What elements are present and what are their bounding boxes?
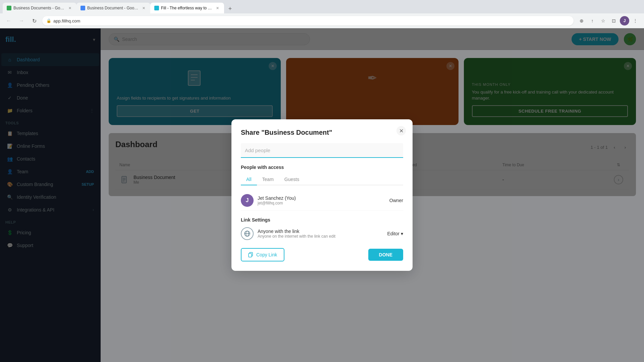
tab-3-favicon: [154, 6, 159, 10]
svg-rect-15: [249, 253, 252, 257]
person-email: jet@fillhq.com: [258, 201, 389, 205]
modal-title: Share "Business Document": [241, 129, 403, 136]
tab-1-close[interactable]: ✕: [67, 5, 72, 11]
tab-all[interactable]: All: [241, 174, 257, 185]
modal-overlay[interactable]: Share "Business Document" ✕ People with …: [0, 28, 644, 362]
copy-link-button[interactable]: Copy Link: [241, 248, 284, 261]
cast-icon[interactable]: ⊕: [577, 16, 586, 25]
tab-guests[interactable]: Guests: [279, 174, 305, 185]
access-tabs: All Team Guests: [241, 174, 403, 185]
more-menu-icon[interactable]: ⋮: [631, 16, 640, 25]
url-text: app.fillhq.com: [53, 18, 80, 23]
profile-button[interactable]: J: [620, 16, 629, 25]
person-avatar: J: [241, 194, 254, 207]
tab-team[interactable]: Team: [257, 174, 279, 185]
tab-2-close[interactable]: ✕: [141, 5, 146, 11]
tab-2-favicon: [80, 6, 85, 10]
modal-close-button[interactable]: ✕: [396, 126, 406, 135]
person-role: Owner: [389, 198, 403, 203]
tab-1[interactable]: Business Documents - Google ... ✕: [3, 3, 76, 13]
tab-1-favicon: [7, 6, 11, 10]
link-role-chevron-icon: ▾: [401, 231, 403, 236]
link-settings-label: Link Settings: [241, 217, 403, 223]
back-button[interactable]: ←: [4, 16, 13, 25]
reload-button[interactable]: ↻: [30, 16, 39, 25]
tab-3[interactable]: Fill - The effortless way to req... ✕: [150, 3, 224, 13]
copy-link-label: Copy Link: [256, 252, 277, 257]
link-role-select[interactable]: Editor ▾: [387, 231, 403, 236]
people-with-access-label: People with access: [241, 165, 403, 170]
person-row: J Jet Sanchez (You) jet@fillhq.com Owner: [241, 191, 403, 210]
link-title: Anyone with the link: [258, 229, 383, 234]
browser-chrome: Business Documents - Google ... ✕ Busine…: [0, 0, 644, 28]
person-info: Jet Sanchez (You) jet@fillhq.com: [258, 195, 389, 205]
person-name: Jet Sanchez (You): [258, 195, 389, 201]
share-icon[interactable]: ↑: [588, 16, 597, 25]
link-globe-icon: [241, 227, 254, 240]
copy-icon: [248, 252, 254, 257]
browser-actions: ⊕ ↑ ☆ ⊡ J ⋮: [577, 16, 640, 25]
tab-3-title: Fill - The effortless way to req...: [161, 6, 213, 10]
done-button[interactable]: DONE: [368, 249, 403, 261]
person-avatar-initials: J: [246, 197, 249, 203]
address-bar: ← → ↻ 🔒 app.fillhq.com ⊕ ↑ ☆ ⊡ J ⋮: [0, 13, 644, 28]
link-row: Anyone with the link Anyone on the inter…: [241, 227, 403, 240]
link-settings-section: Link Settings Anyone with the link Anyon…: [241, 217, 403, 240]
tab-2-title: Business Document - Google ...: [87, 6, 139, 10]
tab-2[interactable]: Business Document - Google ... ✕: [76, 3, 150, 13]
tab-menu-icon[interactable]: ⊡: [609, 16, 619, 25]
share-modal: Share "Business Document" ✕ People with …: [231, 119, 413, 271]
bookmark-icon[interactable]: ☆: [598, 16, 608, 25]
link-role-value: Editor: [387, 231, 399, 236]
modal-footer: Copy Link DONE: [241, 248, 403, 261]
tab-3-close[interactable]: ✕: [215, 5, 220, 11]
lock-icon: 🔒: [46, 18, 51, 23]
tab-bar: Business Documents - Google ... ✕ Busine…: [0, 0, 644, 13]
new-tab-button[interactable]: +: [225, 4, 235, 13]
link-info: Anyone with the link Anyone on the inter…: [258, 229, 383, 239]
forward-button[interactable]: →: [17, 16, 26, 25]
address-input[interactable]: 🔒 app.fillhq.com: [42, 16, 574, 25]
link-subtitle: Anyone on the internet with the link can…: [258, 234, 383, 239]
add-people-input[interactable]: [241, 143, 403, 158]
tab-1-title: Business Documents - Google ...: [13, 6, 65, 10]
